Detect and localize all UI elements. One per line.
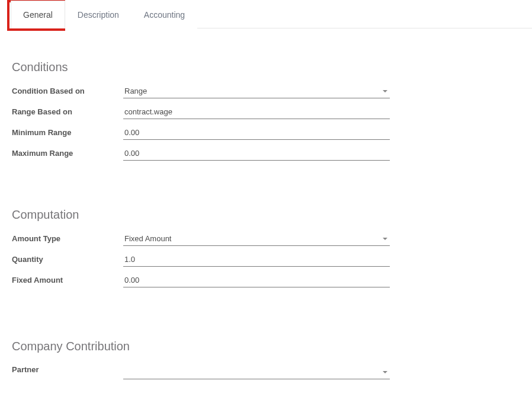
field-amount-type: Amount Type Fixed Amount — [12, 232, 520, 246]
field-quantity: Quantity — [12, 253, 520, 267]
select-condition-based-on[interactable]: Range — [123, 85, 390, 98]
select-amount-type-value: Fixed Amount — [124, 234, 172, 243]
field-partner: Partner — [12, 364, 520, 379]
input-quantity[interactable] — [124, 255, 389, 264]
input-maximum-range[interactable] — [124, 149, 389, 158]
tabs-bar: General Description Accounting — [11, 0, 532, 28]
caret-down-icon — [383, 90, 387, 92]
label-quantity: Quantity — [12, 254, 123, 264]
label-maximum-range: Maximum Range — [12, 148, 123, 158]
section-company-contribution-title: Company Contribution — [12, 340, 520, 353]
caret-down-icon — [383, 238, 387, 240]
input-fixed-amount[interactable] — [124, 276, 389, 284]
section-company-contribution: Company Contribution Partner — [12, 340, 520, 379]
field-condition-based-on: Condition Based on Range — [12, 85, 520, 98]
label-condition-based-on: Condition Based on — [12, 85, 123, 95]
label-amount-type: Amount Type — [12, 233, 123, 243]
field-range-based-on: Range Based on — [12, 106, 520, 119]
section-conditions: Conditions Condition Based on Range Rang… — [12, 60, 520, 161]
label-partner: Partner — [12, 364, 123, 374]
tab-general[interactable]: General — [11, 1, 65, 28]
select-amount-type[interactable]: Fixed Amount — [123, 232, 390, 246]
select-partner[interactable] — [123, 366, 390, 379]
input-quantity-wrap — [123, 253, 390, 267]
field-fixed-amount: Fixed Amount — [12, 274, 520, 287]
tab-accounting[interactable]: Accounting — [132, 1, 197, 28]
tab-description[interactable]: Description — [65, 1, 132, 28]
section-conditions-title: Conditions — [12, 60, 520, 74]
input-fixed-amount-wrap — [123, 274, 390, 287]
label-fixed-amount: Fixed Amount — [12, 274, 123, 284]
input-range-based-on[interactable] — [124, 107, 389, 116]
label-minimum-range: Minimum Range — [12, 127, 123, 137]
field-maximum-range: Maximum Range — [12, 147, 520, 161]
section-computation: Computation Amount Type Fixed Amount Qua… — [12, 208, 520, 287]
section-computation-title: Computation — [12, 208, 520, 222]
input-minimum-range-wrap — [123, 126, 390, 140]
caret-down-icon — [383, 371, 387, 373]
label-range-based-on: Range Based on — [12, 106, 123, 116]
input-minimum-range[interactable] — [124, 128, 389, 137]
field-minimum-range: Minimum Range — [12, 126, 520, 140]
select-condition-based-on-value: Range — [124, 87, 147, 95]
input-range-based-on-wrap — [123, 106, 390, 119]
input-maximum-range-wrap — [123, 147, 390, 161]
